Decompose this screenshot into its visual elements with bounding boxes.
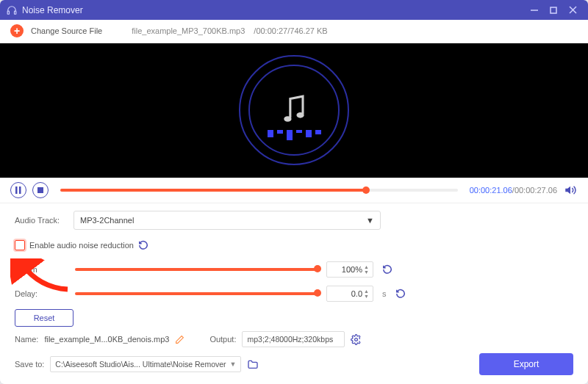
chevron-down-icon: ▼: [229, 361, 236, 368]
close-button[interactable]: [563, 2, 582, 18]
equalizer-bars-icon: [268, 130, 321, 140]
delay-label: Delay:: [15, 289, 66, 298]
music-note-icon: [279, 93, 309, 128]
svg-rect-3: [551, 7, 556, 13]
svg-rect-8: [15, 186, 18, 194]
reset-volume-icon[interactable]: [382, 264, 394, 275]
playback-time: 00:00:21.06/00:00:27.06: [470, 186, 557, 195]
add-source-button[interactable]: +: [10, 24, 24, 37]
volume-label: Volum: [15, 265, 66, 274]
open-folder-icon[interactable]: [247, 359, 259, 369]
svg-point-7: [296, 112, 304, 118]
stepper-icon[interactable]: ▲▼: [364, 262, 371, 277]
reset-delay-icon[interactable]: [395, 288, 407, 300]
reset-button[interactable]: Reset: [15, 309, 74, 327]
edit-name-icon[interactable]: [175, 335, 184, 344]
visualizer-ring: [239, 55, 349, 165]
svg-rect-10: [37, 187, 43, 193]
reset-noise-icon[interactable]: [138, 239, 150, 251]
titlebar[interactable]: Noise Remover: [0, 0, 588, 20]
svg-rect-9: [19, 186, 21, 194]
enable-noise-reduction-label: Enable audio noise reduction: [29, 241, 134, 250]
delay-input[interactable]: 0.0▲▼: [326, 286, 373, 302]
volume-icon[interactable]: [563, 183, 578, 198]
volume-input[interactable]: 100%▲▼: [326, 261, 373, 278]
svg-point-6: [284, 116, 291, 122]
output-label: Output:: [209, 335, 236, 344]
output-value: mp3;2;48000Hz;320kbps: [242, 331, 345, 347]
delay-slider[interactable]: [75, 292, 318, 295]
source-bar: + Change Source File file_example_MP3_70…: [0, 20, 588, 43]
preview-area: [0, 43, 588, 178]
svg-rect-0: [7, 11, 9, 14]
name-value: file_example_M...0KB_denois.mp3: [44, 335, 169, 344]
window: Noise Remover + Change Source File file_…: [0, 0, 588, 384]
audio-track-label: Audio Track:: [15, 216, 66, 225]
settings-panel: Audio Track: MP3-2Channel ▼ Enable audio…: [0, 203, 588, 328]
saveto-label: Save to:: [15, 360, 44, 369]
minimize-button[interactable]: [525, 2, 544, 18]
pause-button[interactable]: [10, 182, 26, 198]
source-filename: file_example_MP3_700KB.mp3: [132, 26, 245, 35]
output-settings-icon[interactable]: [351, 334, 362, 345]
audio-track-value: MP3-2Channel: [80, 216, 134, 225]
source-duration-size: /00:00:27/746.27 KB: [254, 26, 327, 35]
saveto-select[interactable]: C:\Aiseesoft Studio\Ais... Ultimate\Nois…: [50, 356, 241, 372]
change-source-label[interactable]: Change Source File: [31, 26, 102, 35]
volume-slider[interactable]: [75, 268, 318, 271]
chevron-down-icon: ▼: [366, 216, 374, 225]
export-button[interactable]: Export: [479, 353, 573, 375]
headphones-icon: [6, 4, 18, 16]
svg-rect-1: [15, 11, 16, 14]
maximize-button[interactable]: [544, 2, 563, 18]
svg-marker-11: [565, 186, 570, 195]
seek-slider[interactable]: [60, 189, 458, 192]
enable-noise-reduction-checkbox[interactable]: [15, 240, 25, 250]
audio-track-select[interactable]: MP3-2Channel ▼: [74, 211, 381, 230]
name-label: Name:: [15, 335, 38, 344]
delay-unit: s: [382, 289, 387, 298]
stop-button[interactable]: [32, 182, 49, 198]
svg-point-12: [355, 338, 358, 341]
window-title: Noise Remover: [22, 5, 83, 15]
stepper-icon[interactable]: ▲▼: [364, 286, 371, 301]
playback-bar: 00:00:21.06/00:00:27.06: [0, 178, 588, 203]
footer-panel: Name: file_example_M...0KB_denois.mp3 Ou…: [0, 328, 588, 384]
